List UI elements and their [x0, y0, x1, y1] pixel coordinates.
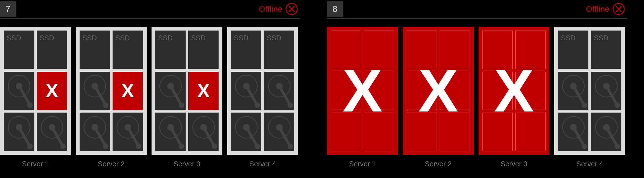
svg-point-41 — [582, 102, 587, 108]
hdd-drive — [4, 72, 34, 110]
failure-x-icon: X — [46, 81, 58, 100]
svg-point-50 — [615, 144, 620, 149]
ssd-drive: SSD — [558, 31, 588, 69]
server-column: X Server 3 — [479, 27, 549, 168]
server-column: SSD SSD X Server 3 — [152, 27, 222, 168]
svg-point-5 — [27, 144, 33, 149]
server-label: Server 1 — [349, 160, 376, 168]
hdd-drive — [264, 113, 294, 151]
server: SSD SSD X — [76, 27, 147, 155]
servers-row: SSD SSD X Server 1 SSD SSD — [0, 27, 300, 168]
ssd-label: SSD — [594, 34, 608, 42]
svg-point-23 — [179, 144, 184, 149]
hdd-drive — [4, 113, 34, 151]
hdd-drive — [37, 113, 67, 151]
svg-point-38 — [288, 144, 293, 149]
server-label: Server 4 — [249, 160, 276, 168]
ssd-drive: SSD — [264, 31, 294, 69]
status-label: Offline — [259, 4, 282, 14]
ssd-drive: SSD — [80, 31, 110, 69]
server-label: Server 3 — [501, 160, 527, 168]
server-column: X Server 2 — [403, 27, 474, 168]
svg-point-14 — [103, 144, 108, 149]
server-column: SSD SSD Server 4 — [227, 27, 298, 168]
servers-row: X Server 1 X Server 2 X — [327, 27, 627, 168]
server-column: SSD SSD Server 4 — [554, 27, 625, 168]
failure-x-icon: X — [418, 61, 458, 121]
ssd-drive: SSD — [155, 31, 186, 69]
hdd-drive — [80, 113, 110, 151]
svg-point-11 — [103, 102, 108, 108]
ssd-drive: SSD — [188, 31, 219, 69]
failure-x-icon: X — [494, 61, 534, 121]
svg-point-17 — [136, 144, 141, 149]
ssd-drive: SSD — [591, 31, 621, 69]
ssd-label: SSD — [158, 34, 173, 42]
svg-point-20 — [179, 102, 184, 108]
svg-point-2 — [27, 102, 33, 108]
server-label: Server 4 — [576, 160, 603, 168]
svg-point-44 — [615, 102, 620, 108]
server-label: Server 2 — [425, 160, 452, 168]
ssd-drive: SSD — [231, 31, 261, 69]
svg-point-47 — [582, 144, 587, 149]
drive-grid: SSD SSD — [558, 31, 621, 151]
ssd-label: SSD — [234, 34, 248, 42]
hdd-drive — [80, 72, 110, 110]
svg-point-26 — [212, 144, 217, 149]
hdd-drive-failed: X — [188, 72, 219, 110]
svg-point-35 — [255, 144, 260, 149]
hdd-drive — [231, 72, 261, 110]
panel-header: 8 Offline — [327, 0, 627, 19]
server-column: SSD SSD X Server 1 — [0, 27, 71, 168]
svg-point-8 — [60, 144, 66, 149]
status-group: Offline — [586, 3, 627, 15]
panel-number-badge: 7 — [0, 1, 16, 17]
hdd-drive — [591, 113, 621, 151]
hdd-drive — [155, 113, 186, 151]
offline-x-icon — [286, 3, 298, 15]
server: SSD SSD — [227, 27, 298, 155]
server-label: Server 3 — [174, 160, 200, 168]
server-label: Server 2 — [98, 160, 125, 168]
server-column: SSD SSD X Server 2 — [76, 27, 147, 168]
panel-number-badge: 8 — [327, 1, 343, 17]
ssd-drive: SSD — [113, 31, 143, 69]
panel-header: 7 Offline — [0, 0, 300, 19]
ssd-label: SSD — [40, 34, 54, 42]
server-column: X Server 1 — [327, 27, 398, 168]
drive-grid: SSD SSD X — [155, 31, 219, 151]
hdd-drive — [558, 72, 588, 110]
hdd-drive-failed: X — [37, 72, 67, 110]
failure-x-icon: X — [197, 81, 210, 100]
hdd-drive — [188, 113, 219, 151]
status-label: Offline — [586, 4, 609, 14]
panel-7: 7 Offline SSD SSD X — [0, 0, 300, 168]
server: SSD SSD X — [0, 27, 71, 155]
failure-x-icon: X — [121, 81, 134, 100]
offline-x-icon — [613, 3, 625, 15]
hdd-drive — [591, 72, 621, 110]
hdd-drive — [155, 72, 186, 110]
svg-point-32 — [288, 102, 293, 108]
ssd-drive: SSD — [37, 31, 67, 69]
server: SSD SSD — [554, 27, 625, 155]
hdd-drive — [558, 113, 588, 151]
server-label: Server 1 — [22, 160, 49, 168]
server: SSD SSD X — [152, 27, 222, 155]
server-failed: X — [479, 27, 549, 155]
drive-grid: SSD SSD X — [4, 31, 67, 151]
server-failed: X — [403, 27, 474, 155]
status-group: Offline — [259, 3, 300, 15]
ssd-label: SSD — [267, 34, 281, 42]
svg-point-29 — [255, 102, 260, 108]
ssd-label: SSD — [82, 34, 97, 42]
ssd-label: SSD — [191, 34, 205, 42]
ssd-label: SSD — [115, 34, 130, 42]
hdd-drive — [113, 113, 143, 151]
ssd-drive: SSD — [4, 31, 34, 69]
failure-x-icon: X — [343, 61, 383, 121]
drive-grid: SSD SSD X — [80, 31, 143, 151]
diagram-container: 7 Offline SSD SSD X — [0, 0, 644, 168]
hdd-drive-failed: X — [113, 72, 143, 110]
